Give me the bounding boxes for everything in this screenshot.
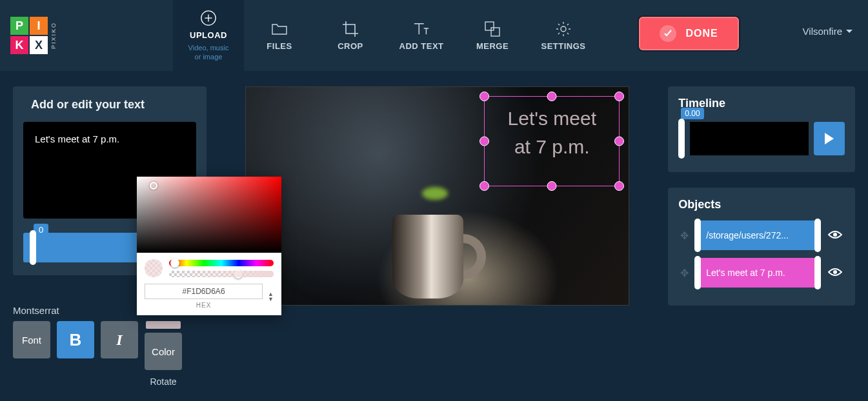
alpha-handle[interactable] — [234, 269, 243, 279]
canvas[interactable]: Let's meet at 7 p.m. — [245, 86, 630, 306]
done-button[interactable]: DONE — [639, 17, 739, 50]
timeline-playhead[interactable] — [678, 119, 685, 159]
logo-letter: I — [30, 17, 48, 35]
nav-sublabel: Video, music or image — [188, 44, 229, 61]
panel-title: Add or edit your text — [31, 98, 196, 112]
hue-slider[interactable] — [169, 260, 274, 266]
nav-label: SETTINGS — [541, 41, 585, 51]
logo-letter: P — [10, 17, 28, 35]
logo[interactable]: P I K X PIXIKO — [10, 17, 57, 54]
check-icon — [660, 25, 676, 42]
canvas-image-detail — [386, 202, 489, 298]
nav-label: MERGE — [476, 41, 509, 51]
gear-icon — [555, 21, 572, 37]
folder-icon — [271, 21, 288, 37]
logo-wordmark: PIXIKO — [50, 22, 57, 49]
color-preview — [145, 259, 163, 277]
plus-circle-icon — [200, 10, 217, 26]
svg-point-5 — [561, 26, 566, 32]
nav-add-text[interactable]: ADD TEXT — [386, 0, 457, 71]
object-trim-handle[interactable] — [694, 256, 701, 289]
nav-settings[interactable]: SETTINGS — [528, 0, 599, 71]
nav-merge[interactable]: MERGE — [457, 0, 528, 71]
username: Vilsonfire — [803, 26, 842, 37]
text-icon — [413, 21, 430, 37]
object-trim-handle[interactable] — [814, 256, 821, 289]
format-toggle[interactable]: ▲ ▼ — [268, 291, 274, 302]
timeline-row: 0.00 — [678, 122, 845, 162]
object-trim-handle[interactable] — [814, 219, 821, 252]
resize-handle[interactable] — [547, 181, 557, 191]
play-icon — [825, 133, 834, 144]
picker-sliders — [137, 253, 281, 284]
caret-down-icon — [846, 30, 853, 33]
svg-rect-3 — [485, 22, 494, 30]
saturation-field[interactable] — [137, 177, 281, 253]
play-button[interactable] — [814, 122, 845, 155]
logo-letter: K — [10, 36, 28, 54]
right-panel: Timeline 0.00 Objects ✥ /storage/users/2… — [668, 86, 855, 387]
color-button[interactable]: Color — [145, 333, 182, 370]
nav-label: ADD TEXT — [399, 41, 444, 51]
object-label: /storage/users/272... — [701, 230, 814, 240]
svg-rect-4 — [491, 28, 500, 36]
nav-files[interactable]: FILES — [244, 0, 315, 71]
object-label: Let's meet at 7 p.m. — [701, 268, 814, 278]
move-icon[interactable]: ✥ — [678, 230, 690, 242]
nav-label: UPLOAD — [190, 30, 227, 40]
timeline-position-badge: 0.00 — [681, 108, 703, 119]
object-trim-handle[interactable] — [694, 219, 701, 252]
picker-input-row: HEX ▲ ▼ — [137, 284, 281, 315]
main-nav: UPLOAD Video, music or image FILES CROP … — [173, 0, 599, 71]
overlay-text[interactable]: Let's meet at 7 p.m. — [485, 97, 619, 168]
nav-label: CROP — [338, 41, 363, 51]
rotate-handle[interactable] — [146, 321, 181, 329]
hex-label: HEX — [145, 302, 263, 309]
svg-point-6 — [833, 233, 837, 237]
nav-upload[interactable]: UPLOAD Video, music or image — [173, 0, 244, 71]
object-bar[interactable]: Let's meet at 7 p.m. — [695, 258, 820, 288]
rotate-label: Rotate — [150, 377, 176, 387]
hex-input[interactable] — [145, 284, 263, 299]
hue-handle[interactable] — [170, 259, 179, 268]
font-button[interactable]: Font — [13, 321, 50, 358]
object-bar[interactable]: /storage/users/272... — [695, 220, 820, 250]
visibility-toggle[interactable] — [825, 228, 845, 243]
timeline-card: Timeline 0.00 — [668, 86, 855, 172]
visibility-toggle[interactable] — [825, 266, 845, 280]
top-bar: P I K X PIXIKO UPLOAD Video, music or im… — [0, 0, 868, 71]
color-picker: HEX ▲ ▼ — [137, 177, 281, 315]
chevron-down-icon: ▼ — [268, 297, 274, 302]
resize-handle[interactable] — [614, 137, 624, 146]
objects-title: Objects — [678, 198, 845, 211]
nav-crop[interactable]: CROP — [315, 0, 386, 71]
done-label: DONE — [685, 28, 718, 39]
crop-icon — [342, 21, 359, 37]
left-panel: Add or edit your text Let's meet at 7 p.… — [13, 86, 207, 387]
object-row: ✥ /storage/users/272... — [678, 220, 845, 250]
timeline-track[interactable] — [690, 122, 809, 155]
main-area: Add or edit your text Let's meet at 7 p.… — [0, 71, 868, 387]
nav-label: FILES — [267, 41, 292, 51]
merge-icon — [484, 21, 501, 37]
bold-button[interactable]: B — [57, 321, 94, 358]
logo-letter: X — [30, 36, 48, 54]
move-icon[interactable]: ✥ — [678, 267, 690, 279]
text-overlay-selection[interactable]: Let's meet at 7 p.m. — [484, 96, 620, 186]
slider-thumb[interactable] — [30, 230, 36, 265]
alpha-slider[interactable] — [169, 271, 274, 277]
object-row: ✥ Let's meet at 7 p.m. — [678, 258, 845, 288]
svg-point-7 — [833, 270, 837, 274]
format-buttons: Font B I Color Rotate — [13, 321, 207, 387]
resize-handle[interactable] — [479, 137, 489, 146]
italic-button[interactable]: I — [101, 321, 138, 358]
color-rotate-group: Color Rotate — [145, 321, 182, 387]
resize-handle[interactable] — [547, 92, 557, 101]
user-menu[interactable]: Vilsonfire — [803, 26, 853, 37]
objects-card: Objects ✥ /storage/users/272... ✥ Let's … — [668, 188, 855, 306]
saturation-cursor[interactable] — [150, 182, 157, 190]
